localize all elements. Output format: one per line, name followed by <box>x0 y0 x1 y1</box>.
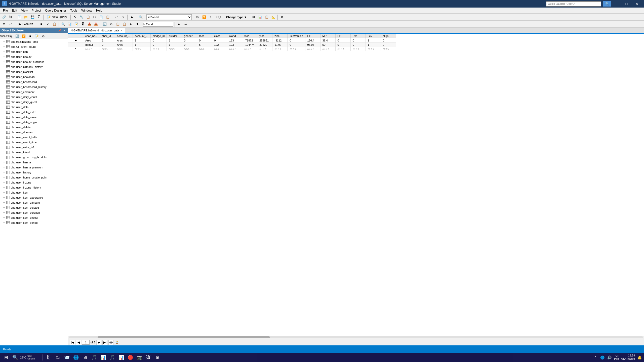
grid-cell[interactable]: 126,4 <box>305 38 320 43</box>
page-number-input[interactable] <box>82 340 90 345</box>
grid-cell[interactable]: -3112 <box>272 38 288 43</box>
oe-table-item[interactable]: + dbo.user_inzone <box>0 180 68 185</box>
change-type-button[interactable]: Change Type ▼ <box>225 16 248 19</box>
grid-column-header[interactable]: builder <box>167 34 182 38</box>
grid-column-header[interactable]: gender <box>182 34 197 38</box>
grid-cell[interactable]: NULL <box>366 47 381 51</box>
disconnect-button[interactable]: ⛓ <box>8 14 14 20</box>
grid-cell[interactable]: Ares <box>115 38 133 43</box>
oe-pin-button[interactable]: 📌 <box>58 28 62 32</box>
notification-icon[interactable]: 🔔 <box>637 355 642 360</box>
tb2-btn12[interactable]: 📋 <box>121 21 127 27</box>
grid-cell[interactable]: NULL <box>257 47 272 51</box>
grid-cell[interactable]: 123 <box>227 38 242 43</box>
oe-table-item[interactable]: + dbo.user_item_period <box>0 220 68 225</box>
grid-cell[interactable]: 192 <box>212 43 227 47</box>
language-icon[interactable]: POR PTB <box>614 355 619 360</box>
oe-table-item[interactable]: + dbo.user_deleted <box>0 125 68 130</box>
grid-column-header[interactable]: race <box>197 34 212 38</box>
grid-cell[interactable]: 1176 <box>272 43 288 47</box>
grid-cell[interactable]: 0 <box>150 43 167 47</box>
grid-cell[interactable]: 0 <box>182 43 197 47</box>
grid-cell[interactable]: 95,06 <box>305 43 320 47</box>
grid-cell[interactable]: 0 <box>335 38 350 43</box>
oe-table-item[interactable]: + dbo.user_item_duration <box>0 210 68 215</box>
oe-table-item[interactable]: + dbo.user_group_toggle_skills <box>0 155 68 160</box>
horizontal-scrollbar[interactable] <box>68 336 644 339</box>
menu-view[interactable]: View <box>19 8 30 13</box>
oe-table-item[interactable]: + dbo.user_henna_premium <box>0 165 68 170</box>
menu-file[interactable]: File <box>1 8 10 13</box>
grid-cell[interactable]: Ares <box>83 38 100 43</box>
oe-stop-btn[interactable]: ■ <box>27 33 33 39</box>
tb-btn-search[interactable]: 🔍 <box>138 14 144 20</box>
taskbar-photos[interactable]: 🖼 <box>144 353 152 361</box>
tb2-btn11[interactable]: 📋 <box>115 21 121 27</box>
oe-table-item[interactable]: + dbo.user_bookmark <box>0 74 68 79</box>
grid-cell[interactable]: NULL <box>305 47 320 51</box>
oe-table-item[interactable]: + dbo.user_item_apperance <box>0 195 68 200</box>
tb-btn-7[interactable]: 📄 <box>98 14 104 20</box>
tb-chart-btn[interactable]: 📊 <box>257 14 263 20</box>
grid-cell[interactable]: NULL <box>115 47 133 51</box>
oe-connect-btn[interactable]: Connect▼ <box>1 33 7 39</box>
tb2-btn14[interactable]: ⬆ <box>134 21 140 27</box>
close-button[interactable]: ✕ <box>632 0 642 8</box>
oe-table-item[interactable]: + dbo.user_data_origin <box>0 120 68 125</box>
oe-filter-btn[interactable]: 🔽 <box>21 33 27 39</box>
tb-btn-run[interactable]: ▶ <box>129 14 135 20</box>
tb-btn-3[interactable]: ⛏ <box>72 14 78 20</box>
grid-cell[interactable]: 1 <box>366 43 381 47</box>
save-button[interactable]: 💾 <box>29 14 35 20</box>
grid-cell[interactable]: 0 <box>150 38 167 43</box>
tb-btn-5[interactable]: 📋 <box>85 14 91 20</box>
grid-cell[interactable]: NULL <box>227 47 242 51</box>
grid-column-header[interactable]: world <box>227 34 242 38</box>
tb-pivot-btn[interactable]: 📋 <box>264 14 270 20</box>
oe-table-item[interactable]: + dbo.user_event_time <box>0 140 68 145</box>
grid-cell[interactable]: NULL <box>133 47 150 51</box>
grid-column-header[interactable]: yloc <box>257 34 272 38</box>
oe-table-item[interactable]: + dbo.user_item_deleted <box>0 205 68 210</box>
tb2-btn13[interactable]: ⬇ <box>128 21 134 27</box>
oe-table-item[interactable]: + dbo.user_beauty <box>0 54 68 59</box>
oe-close-button[interactable]: ✕ <box>62 28 66 32</box>
grid-cell[interactable]: -124474 <box>242 43 257 47</box>
oe-table-item[interactable]: + dbo.user_item <box>0 190 68 195</box>
taskbar-media3[interactable]: 🎵 <box>108 353 116 361</box>
tb-filter-btn[interactable]: 🔽 <box>201 14 207 20</box>
speaker-icon[interactable]: 🔊 <box>607 355 612 360</box>
oe-table-item[interactable]: + dbo.user_data <box>0 105 68 110</box>
grid-cell[interactable]: 0 <box>182 38 197 43</box>
tb2-btn2[interactable]: ↩ <box>8 21 14 27</box>
data-grid-container[interactable]: char_na...char_idaccount_...account_...p… <box>68 34 644 336</box>
oe-table-item[interactable]: + dbo.user_beauty_purchase <box>0 59 68 64</box>
oe-table-item[interactable]: + dbo.user_dormant <box>0 130 68 135</box>
grid-cell[interactable]: d3m0l <box>83 43 100 47</box>
taskbar-camera[interactable]: 📷 <box>135 353 143 361</box>
grid-column-header[interactable]: char_id <box>100 34 115 38</box>
execute-button[interactable]: ▶ Execute <box>16 22 35 27</box>
tab-close-button[interactable]: ✕ <box>120 29 122 32</box>
oe-table-item[interactable]: + dbo.user_event_kalie <box>0 135 68 140</box>
oe-table-item[interactable]: + dbo.user_comment <box>0 89 68 95</box>
grid-cell[interactable]: 0 <box>197 38 212 43</box>
grid-cell[interactable]: 0 <box>288 38 305 43</box>
tb2-stop-btn[interactable]: ■ <box>38 21 44 27</box>
connect-button[interactable]: 🔗 <box>1 14 7 20</box>
tb-table-btn[interactable]: 🗂 <box>194 14 200 20</box>
oe-disconnect-btn[interactable]: 🔌 <box>8 33 14 39</box>
oe-table-item[interactable]: + dbo.user_blocklist <box>0 69 68 74</box>
oe-table-item[interactable]: + dbo.user_friend <box>0 150 68 155</box>
new-query-button[interactable]: 📝 New Query <box>45 15 69 20</box>
grid-cell[interactable]: 0 <box>381 38 396 43</box>
tb-sql-btn[interactable]: SQL <box>216 14 222 20</box>
grid-column-header[interactable]: Lev <box>366 34 381 38</box>
grid-column-header[interactable]: zloc <box>272 34 288 38</box>
quick-launch-input[interactable] <box>546 1 601 7</box>
oe-new-query-btn[interactable]: 📝 <box>34 33 40 39</box>
grid-column-header[interactable]: class <box>212 34 227 38</box>
grid-cell[interactable]: 0 <box>381 43 396 47</box>
new-file-button[interactable]: 📄 <box>16 14 22 20</box>
grid-cell[interactable]: NULL <box>272 47 288 51</box>
